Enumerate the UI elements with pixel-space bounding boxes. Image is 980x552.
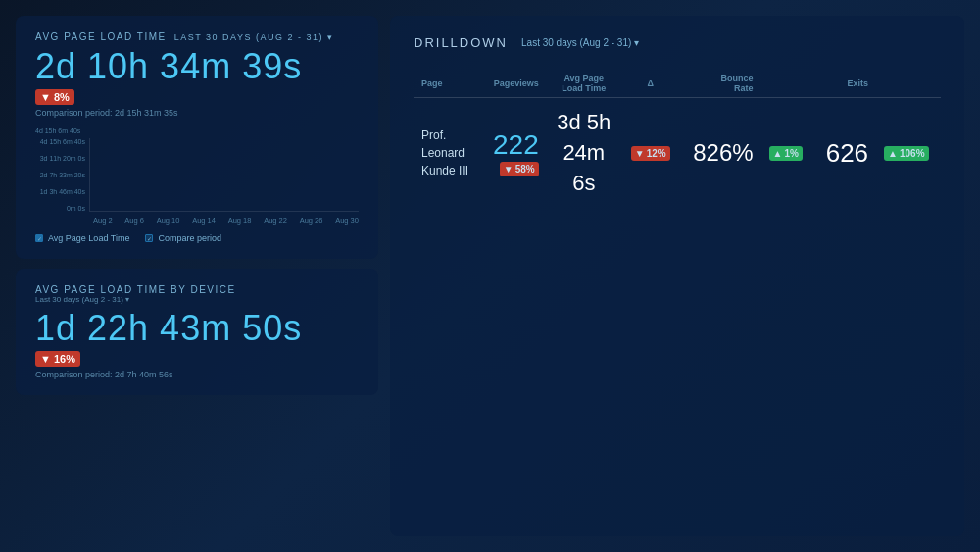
card-title-device-text: AVG PAGE LOAD TIME BY DEVICE: [35, 284, 236, 295]
legend-compare: ✓ Compare period: [145, 233, 221, 243]
left-panel: AVG PAGE LOAD TIME Last 30 days (Aug 2 -…: [16, 16, 378, 536]
col-delta: Δ: [621, 70, 680, 98]
main-value-top: 2d 10h 34m 39s: [35, 46, 359, 87]
chart-legend: ✓ Avg Page Load Time ✓ Compare period: [35, 233, 359, 243]
col-exits-change: [876, 70, 941, 98]
y-3: 3d 11h 20m 0s: [35, 155, 85, 162]
legend-check-main: ✓: [35, 234, 43, 242]
y-0: 0m 0s: [35, 205, 85, 212]
cell-load-time: 3d 5h24m6s: [547, 98, 621, 209]
col-bounce-change: [761, 70, 814, 98]
y-1: 1d 3h 46m 40s: [35, 188, 85, 195]
drilldown-header: DRILLDOWN Last 30 days (Aug 2 - 31): [414, 35, 941, 50]
device-period[interactable]: Last 30 days (Aug 2 - 31) ▾: [35, 295, 359, 304]
y-2: 2d 7h 33m 20s: [35, 172, 85, 178]
cell-exits-change: ▲ 106%: [876, 98, 941, 209]
chart-area: 4d 15h 6m 40s 4d 15h 6m 40s 3d 11h 20m 0…: [35, 127, 359, 226]
col-bounce: BounceRate: [680, 70, 761, 98]
right-panel: DRILLDOWN Last 30 days (Aug 2 - 31) Page…: [390, 16, 964, 536]
cell-page: Prof.LeonardKunde III: [414, 98, 481, 209]
y-labels: 4d 15h 6m 40s: [35, 127, 359, 134]
x-aug26: Aug 26: [300, 216, 323, 225]
y-4: 4d 15h 6m 40s: [35, 138, 85, 145]
main-container: AVG PAGE LOAD TIME Last 30 days (Aug 2 -…: [16, 16, 964, 536]
x-labels: Aug 2 Aug 6 Aug 10 Aug 14 Aug 18 Aug 22 …: [93, 216, 359, 225]
change-arrow-top: ▼: [40, 91, 51, 103]
drilldown-period[interactable]: Last 30 days (Aug 2 - 31): [521, 37, 639, 48]
drilldown-title: DRILLDOWN: [414, 35, 508, 50]
x-aug6: Aug 6: [124, 216, 144, 225]
card-title-text: AVG PAGE LOAD TIME: [35, 31, 167, 42]
cell-bounce-change: ▲ 1%: [761, 98, 814, 209]
drilldown-table: Page Pageviews Avg PageLoad Time Δ Bounc…: [414, 70, 941, 208]
comparison-device: Comparison period: 2d 7h 40m 56s: [35, 370, 359, 379]
pageviews-value: 222: [493, 129, 539, 160]
legend-main-label: Avg Page Load Time: [48, 233, 129, 243]
x-aug14: Aug 14: [192, 216, 216, 225]
change-arrow-device: ▼: [40, 353, 51, 365]
table-row: Prof.LeonardKunde III 222 ▼ 58% 3d 5h24m…: [414, 98, 941, 209]
y-label-1: 4d 15h 6m 40s: [35, 127, 80, 134]
x-aug2: Aug 2: [93, 216, 113, 225]
avg-load-device-card: AVG PAGE LOAD TIME BY DEVICE Last 30 day…: [16, 269, 378, 395]
change-badge-device: ▼ 16%: [35, 351, 80, 367]
bounce-badge: ▲ 1%: [769, 146, 803, 161]
pageviews-badge: ▼ 58%: [500, 162, 539, 176]
col-pageviews: Pageviews: [481, 70, 547, 98]
change-value-device: 16%: [54, 353, 75, 365]
legend-compare-label: Compare period: [158, 233, 221, 243]
legend-check-compare: ✓: [145, 234, 153, 242]
x-aug22: Aug 22: [264, 216, 287, 225]
period-selector-top[interactable]: Last 30 days (Aug 2 - 31): [174, 32, 334, 42]
avg-load-time-card: AVG PAGE LOAD TIME Last 30 days (Aug 2 -…: [16, 16, 378, 259]
cell-load-delta: ▼ 12%: [621, 98, 680, 209]
card-title-bottom: AVG PAGE LOAD TIME BY DEVICE: [35, 284, 359, 295]
x-aug30: Aug 30: [335, 216, 359, 225]
comparison-top: Comparison period: 2d 15h 31m 35s: [35, 108, 359, 118]
card-title-top: AVG PAGE LOAD TIME Last 30 days (Aug 2 -…: [35, 31, 359, 42]
legend-main: ✓ Avg Page Load Time: [35, 233, 129, 243]
x-aug10: Aug 10: [157, 216, 180, 225]
col-load-time: Avg PageLoad Time: [547, 70, 621, 98]
cell-exits: 626: [814, 98, 877, 209]
cell-bounce: 826%: [680, 98, 761, 209]
y-axis: 4d 15h 6m 40s 3d 11h 20m 0s 2d 7h 33m 20…: [35, 138, 89, 212]
col-page: Page: [414, 70, 481, 98]
col-exits: Exits: [814, 70, 877, 98]
exits-badge: ▲ 106%: [884, 146, 928, 161]
main-value-device: 1d 22h 43m 50s: [35, 308, 359, 349]
change-value-top: 8%: [54, 91, 70, 103]
bars-area: [89, 138, 359, 212]
x-aug18: Aug 18: [228, 216, 252, 225]
load-time-badge: ▼ 12%: [631, 146, 670, 161]
chart-bars-container: 4d 15h 6m 40s 3d 11h 20m 0s 2d 7h 33m 20…: [35, 138, 359, 212]
cell-pageviews: 222 ▼ 58%: [481, 98, 547, 209]
change-badge-top: ▼ 8%: [35, 89, 74, 105]
